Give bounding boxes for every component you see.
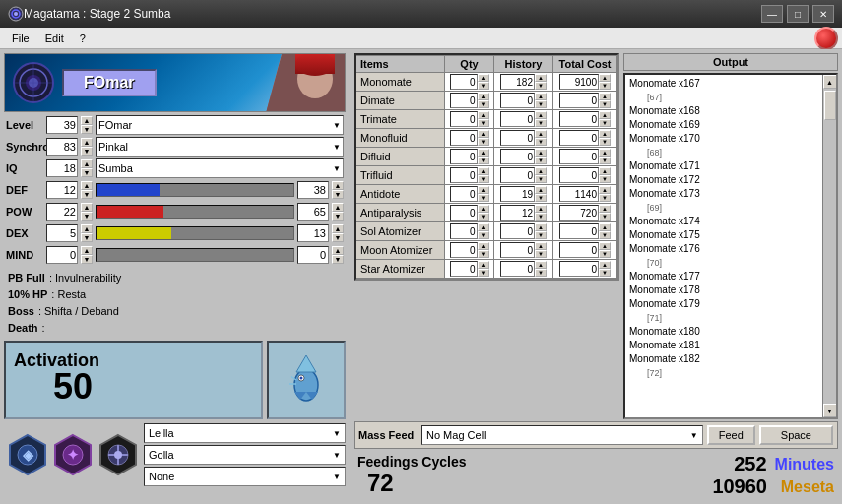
total-spin-down[interactable]: ▼	[599, 269, 611, 277]
total-spin-up[interactable]: ▲	[599, 242, 611, 250]
menu-help[interactable]: ?	[72, 31, 94, 46]
qty-spin-up[interactable]: ▲	[478, 93, 489, 100]
qty-spin-up[interactable]: ▲	[478, 167, 489, 175]
item-history-cell[interactable]: 0▲▼	[494, 260, 553, 279]
golla-dropdown[interactable]: Golla▼	[144, 445, 346, 465]
total-spin-down[interactable]: ▼	[599, 138, 611, 146]
synchro-spin-up[interactable]: ▲	[81, 138, 93, 147]
item-qty-cell[interactable]: 0▲▼	[445, 222, 494, 241]
synchro-spinner[interactable]: ▲ ▼	[81, 138, 93, 156]
pow-max-up[interactable]: ▲	[332, 203, 344, 212]
def-max-spinner[interactable]: ▲ ▼	[332, 181, 344, 199]
leilla-dropdown[interactable]: Leilla▼	[144, 423, 346, 443]
item-total-cell[interactable]: 0▲▼	[553, 92, 617, 110]
def-max-down[interactable]: ▼	[332, 190, 344, 199]
total-spin-up[interactable]: ▲	[599, 93, 611, 100]
item-history-cell[interactable]: 0▲▼	[494, 241, 553, 260]
qty-spin-down[interactable]: ▼	[478, 100, 489, 108]
total-spin-down[interactable]: ▼	[599, 213, 611, 220]
pow-max-down[interactable]: ▼	[332, 212, 344, 220]
def-spinner[interactable]: ▲ ▼	[81, 181, 93, 199]
total-spin-up[interactable]: ▲	[599, 130, 611, 138]
mind-max-up[interactable]: ▲	[332, 246, 344, 255]
dex-spin-up[interactable]: ▲	[81, 224, 93, 233]
level-spin-down[interactable]: ▼	[81, 125, 93, 134]
iq-spin-up[interactable]: ▲	[81, 159, 93, 168]
total-spin-up[interactable]: ▲	[599, 186, 611, 194]
mass-feed-select[interactable]: No Mag Cell▼	[421, 425, 703, 445]
item-total-cell[interactable]: 0▲▼	[553, 129, 617, 148]
output-scrollbar[interactable]: ▲ ▼	[822, 75, 836, 417]
pow-spin-down[interactable]: ▼	[81, 212, 93, 220]
item-total-cell[interactable]: 0▲▼	[553, 110, 617, 129]
hist-spin-up[interactable]: ▲	[535, 149, 547, 157]
char-name-dropdown[interactable]: FOmar▼	[96, 115, 344, 135]
hist-spin-down[interactable]: ▼	[535, 250, 547, 258]
mind-max-down[interactable]: ▼	[332, 255, 344, 264]
dex-max-spinner[interactable]: ▲ ▼	[332, 224, 344, 242]
qty-spin-down[interactable]: ▼	[478, 250, 489, 258]
def-spin-down[interactable]: ▼	[81, 190, 93, 199]
item-history-cell[interactable]: 0▲▼	[494, 166, 553, 185]
hist-spin-down[interactable]: ▼	[535, 231, 547, 239]
qty-spin-up[interactable]: ▲	[478, 242, 489, 250]
item-total-cell[interactable]: 0▲▼	[553, 222, 617, 241]
item-qty-cell[interactable]: 0▲▼	[445, 148, 494, 166]
item-qty-cell[interactable]: 0▲▼	[445, 260, 494, 279]
item-total-cell[interactable]: 0▲▼	[553, 148, 617, 166]
menu-file[interactable]: File	[4, 31, 37, 46]
hist-spin-up[interactable]: ▲	[535, 93, 547, 100]
total-spin-down[interactable]: ▼	[599, 175, 611, 183]
qty-spin-down[interactable]: ▼	[478, 119, 489, 127]
iq-spinner[interactable]: ▲ ▼	[81, 159, 93, 177]
item-total-cell[interactable]: 9100▲▼	[553, 73, 617, 92]
total-spin-up[interactable]: ▲	[599, 205, 611, 213]
synchro-dropdown[interactable]: Pinkal▼	[96, 137, 344, 157]
item-total-cell[interactable]: 720▲▼	[553, 204, 617, 222]
mind-max-spinner[interactable]: ▲ ▼	[332, 246, 344, 264]
item-qty-cell[interactable]: 0▲▼	[445, 204, 494, 222]
red-button[interactable]	[814, 27, 838, 50]
hist-spin-up[interactable]: ▲	[535, 111, 547, 119]
hist-spin-down[interactable]: ▼	[535, 213, 547, 220]
output-list[interactable]: Monomate x167[67]Monomate x168Monomate x…	[625, 75, 822, 417]
level-spinner[interactable]: ▲ ▼	[81, 116, 93, 134]
total-spin-up[interactable]: ▲	[599, 111, 611, 119]
qty-spin-up[interactable]: ▲	[478, 205, 489, 213]
hist-spin-up[interactable]: ▲	[535, 167, 547, 175]
hist-spin-down[interactable]: ▼	[535, 100, 547, 108]
iq-spin-down[interactable]: ▼	[81, 168, 93, 177]
qty-spin-up[interactable]: ▲	[478, 261, 489, 269]
menu-edit[interactable]: Edit	[37, 31, 72, 46]
item-total-cell[interactable]: 0▲▼	[553, 260, 617, 279]
qty-spin-up[interactable]: ▲	[478, 111, 489, 119]
pow-spinner[interactable]: ▲ ▼	[81, 203, 93, 220]
item-qty-cell[interactable]: 0▲▼	[445, 92, 494, 110]
item-history-cell[interactable]: 0▲▼	[494, 148, 553, 166]
total-spin-up[interactable]: ▲	[599, 223, 611, 231]
dex-max-down[interactable]: ▼	[332, 233, 344, 242]
none-dropdown[interactable]: None▼	[144, 467, 346, 486]
minimize-button[interactable]: —	[761, 5, 783, 23]
total-spin-down[interactable]: ▼	[599, 231, 611, 239]
hist-spin-up[interactable]: ▲	[535, 242, 547, 250]
space-button[interactable]: Space	[759, 425, 833, 445]
pow-max-spinner[interactable]: ▲ ▼	[332, 203, 344, 220]
total-spin-up[interactable]: ▲	[599, 74, 611, 82]
scroll-down-btn[interactable]: ▼	[823, 404, 837, 417]
item-qty-cell[interactable]: 0▲▼	[445, 73, 494, 92]
hist-spin-down[interactable]: ▼	[535, 138, 547, 146]
item-qty-cell[interactable]: 0▲▼	[445, 241, 494, 260]
total-spin-down[interactable]: ▼	[599, 119, 611, 127]
hist-spin-up[interactable]: ▲	[535, 205, 547, 213]
hist-spin-down[interactable]: ▼	[535, 194, 547, 202]
item-total-cell[interactable]: 0▲▼	[553, 241, 617, 260]
total-spin-up[interactable]: ▲	[599, 167, 611, 175]
item-qty-cell[interactable]: 0▲▼	[445, 129, 494, 148]
qty-spin-down[interactable]: ▼	[478, 231, 489, 239]
item-total-cell[interactable]: 0▲▼	[553, 166, 617, 185]
level-spin-up[interactable]: ▲	[81, 116, 93, 125]
total-spin-up[interactable]: ▲	[599, 261, 611, 269]
item-qty-cell[interactable]: 0▲▼	[445, 110, 494, 129]
mind-spinner[interactable]: ▲ ▼	[81, 246, 93, 264]
